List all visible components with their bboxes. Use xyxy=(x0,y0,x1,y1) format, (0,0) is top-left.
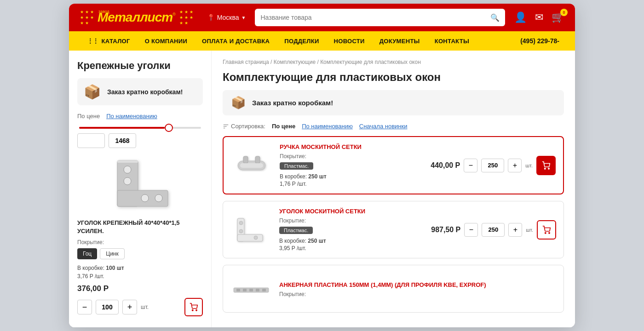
product-1-image xyxy=(231,147,272,184)
sidebar-add-to-cart[interactable] xyxy=(184,298,203,316)
breadcrumb-category[interactable]: Комплектующие xyxy=(274,59,316,65)
sidebar-coating-btns: Гоц Цинк xyxy=(77,248,203,259)
svg-point-20 xyxy=(239,221,243,225)
product-1-qty-input[interactable] xyxy=(481,159,504,172)
svg-rect-6 xyxy=(117,160,138,163)
star: ★ xyxy=(90,10,94,14)
sidebar-price-per: 3,76 Р /шт. xyxy=(77,273,203,280)
sidebar-title: Крепежные уголки xyxy=(77,60,203,72)
banner-box-icon: 📦 xyxy=(231,96,246,110)
product-3-name: АНКЕРНАЯ ПЛАСТИНА 150ММ (1,4ММ) (ДЛЯ ПРО… xyxy=(279,281,556,288)
cart-button[interactable]: 🛒 0 xyxy=(552,11,564,23)
logo-block: завод Металлист ® xyxy=(98,10,176,25)
product-2-unit: шт. xyxy=(526,227,533,233)
search-icon: 🔍 xyxy=(490,13,500,22)
coating-btn-goc[interactable]: Гоц xyxy=(77,248,97,259)
sidebar-qty-decrease[interactable]: − xyxy=(77,300,92,314)
sort-by-price[interactable]: По цене xyxy=(77,113,100,120)
product-card-2: УГОЛОК МОСКИТНОЙ СЕТКИ Покрытие: Пластма… xyxy=(223,201,564,258)
sort-by-price[interactable]: По цене xyxy=(272,123,295,130)
svg-rect-13 xyxy=(243,156,248,163)
cart-count: 0 xyxy=(560,9,568,16)
price-slider[interactable] xyxy=(77,127,203,129)
location-button[interactable]: 📍 Москва ▼ xyxy=(207,14,246,21)
sidebar-product-name: УГОЛОК КРЕПЕЖНЫЙ 40*40*40*1,5 УСИЛЕН. xyxy=(77,219,203,235)
sidebar-qty-increase[interactable]: + xyxy=(122,300,137,314)
svg-rect-14 xyxy=(255,156,260,163)
product-2-qty-input[interactable] xyxy=(482,223,505,237)
product-1-add-to-cart[interactable] xyxy=(536,156,556,175)
nav-item-docs[interactable]: ДОКУМЕНТЫ xyxy=(372,31,427,51)
slider-thumb[interactable] xyxy=(165,124,173,132)
product-image xyxy=(104,154,177,213)
sort-newest[interactable]: Сначала новинки xyxy=(359,123,408,130)
corner-mosquito-shape xyxy=(237,218,263,241)
svg-point-8 xyxy=(196,310,197,311)
corner-mosquito-svg xyxy=(233,214,270,246)
handle-shape xyxy=(238,156,265,170)
nav-item-fakes[interactable]: ПОДДЕЛКИ xyxy=(277,31,326,51)
star: ★ xyxy=(85,15,89,20)
coating-btn-zinc[interactable]: Цинк xyxy=(100,248,124,259)
search-bar: 🔍 xyxy=(255,9,505,26)
cart-icon-outline xyxy=(542,226,551,234)
breadcrumb-home[interactable]: Главная страница xyxy=(223,59,269,65)
svg-point-17 xyxy=(548,168,549,169)
sort-by-name[interactable]: По наименованию xyxy=(106,113,157,120)
sidebar-coating-label: Покрытие: xyxy=(77,239,203,245)
nav-item-catalog[interactable]: ⋮⋮ КАТАЛОГ xyxy=(80,31,138,51)
banner-text: Заказ кратно коробкам! xyxy=(252,99,333,107)
right-content: Главная страница / Комплектующие / Компл… xyxy=(212,51,575,327)
anchor-svg xyxy=(233,283,270,297)
star: ★ xyxy=(179,10,183,14)
filter-qty-row xyxy=(77,133,203,148)
star: ★ xyxy=(184,10,188,14)
product-2-total: 987,50 Р xyxy=(431,226,460,234)
sort-by-name[interactable]: По наименованию xyxy=(302,123,353,130)
nav-item-news[interactable]: НОВОСТИ xyxy=(327,31,372,51)
handle-svg xyxy=(233,149,270,182)
product-2-actions: 987,50 Р − + шт. xyxy=(431,220,556,240)
product-1-qty-increase[interactable]: + xyxy=(508,159,522,172)
sidebar-add-row: − + шт. xyxy=(77,298,203,316)
product-2-qty-decrease[interactable]: − xyxy=(464,223,478,237)
search-input[interactable] xyxy=(260,14,490,21)
sort-icon: Сортировка: xyxy=(223,123,265,130)
product-1-qty-decrease[interactable]: − xyxy=(464,159,477,172)
nav-item-contacts[interactable]: КОНТАКТЫ xyxy=(427,31,477,51)
sort-icon-svg xyxy=(223,123,229,130)
nav: ⋮⋮ КАТАЛОГ О КОМПАНИИ ОПЛАТА И ДОСТАВКА … xyxy=(69,31,575,51)
sort-row: По цене По наименованию xyxy=(77,113,203,120)
page-title: Комплектующие для пластиковых окон xyxy=(223,71,564,84)
product-image-wrap xyxy=(77,154,203,213)
product-3-image xyxy=(230,272,272,308)
star: ★ xyxy=(85,21,89,25)
main-content: Крепежные уголки 📦 Заказ кратно коробкам… xyxy=(69,51,575,327)
filter-max-input[interactable] xyxy=(109,133,136,148)
cart-icon-svg xyxy=(190,303,198,311)
filter-min-input[interactable] xyxy=(77,133,105,148)
nav-item-about[interactable]: О КОМПАНИИ xyxy=(138,31,195,51)
sort-label: Сортировка: xyxy=(231,123,265,130)
product-2-image xyxy=(230,211,272,248)
star: ★ xyxy=(190,15,193,20)
sidebar-qty-input[interactable] xyxy=(96,300,119,314)
svg-point-21 xyxy=(239,229,243,233)
product-1-total: 440,00 Р xyxy=(431,161,460,170)
slider-track xyxy=(79,127,201,129)
svg-point-16 xyxy=(545,168,546,169)
product-card-1: РУЧКА МОСКИТНОЙ СЕТКИ Покрытие: Пластмас… xyxy=(223,136,564,194)
star: ★ xyxy=(179,15,183,20)
mail-icon[interactable]: ✉ xyxy=(535,11,543,23)
location-label: Москва xyxy=(217,14,239,21)
product-2-qty-increase[interactable]: + xyxy=(508,223,522,237)
nav-item-delivery[interactable]: ОПЛАТА И ДОСТАВКА xyxy=(195,31,277,51)
svg-point-23 xyxy=(545,232,546,233)
svg-point-22 xyxy=(254,236,258,240)
user-icon[interactable]: 👤 xyxy=(514,11,527,23)
product-1-actions: 440,00 Р − + шт. xyxy=(431,156,556,175)
product-2-add-to-cart[interactable] xyxy=(537,220,556,240)
product-card-3: АНКЕРНАЯ ПЛАСТИНА 150ММ (1,4ММ) (ДЛЯ ПРО… xyxy=(223,265,564,313)
product-2-coating-tag: Пластмас. xyxy=(279,227,313,234)
star: ★ xyxy=(80,21,84,25)
